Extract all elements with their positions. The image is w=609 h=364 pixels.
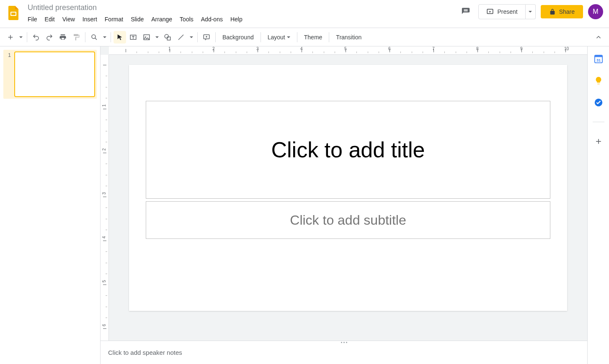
toolbar: Background Layout Theme Transition: [0, 28, 609, 46]
slide-stage[interactable]: Click to add title Click to add subtitle: [109, 55, 587, 341]
present-button-group: Present: [478, 4, 535, 19]
subtitle-placeholder[interactable]: Click to add subtitle: [146, 201, 550, 239]
keep-app-icon[interactable]: [594, 76, 604, 86]
title-area: Untitled presentation FileEditViewInsert…: [26, 3, 458, 24]
menu-arrange[interactable]: Arrange: [148, 14, 175, 24]
svg-rect-1: [11, 13, 15, 15]
app-logo-slides-icon[interactable]: [6, 5, 21, 20]
undo-button[interactable]: [30, 31, 42, 44]
zoom-dropdown[interactable]: [101, 31, 108, 44]
shape-tool[interactable]: [161, 31, 174, 44]
present-button[interactable]: Present: [478, 4, 525, 19]
toolbar-separator: [111, 32, 111, 42]
body: 1 12345678910 123456 Click to add title …: [0, 46, 609, 364]
new-slide-button[interactable]: [4, 31, 17, 44]
slide-thumbnail[interactable]: [14, 51, 95, 97]
toolbar-separator: [197, 32, 198, 42]
svg-point-6: [145, 36, 146, 37]
svg-text:31: 31: [596, 58, 600, 62]
redo-button[interactable]: [43, 31, 56, 44]
svg-point-3: [92, 35, 95, 38]
theme-button[interactable]: Theme: [300, 31, 327, 44]
canvas-mid-row: 123456 Click to add title Click to add s…: [101, 55, 587, 341]
present-button-label: Present: [497, 8, 517, 15]
toolbar-separator: [329, 32, 329, 42]
new-slide-dropdown[interactable]: [18, 31, 24, 44]
side-panel: 31: [587, 46, 609, 364]
chevron-down-icon: [155, 36, 159, 38]
vertical-ruler[interactable]: 123456: [101, 55, 109, 341]
chevron-down-icon: [19, 36, 23, 38]
line-tool[interactable]: [175, 31, 187, 44]
image-tool-dropdown[interactable]: [154, 31, 160, 44]
menu-file[interactable]: File: [24, 14, 41, 24]
chevron-down-icon: [190, 36, 193, 38]
select-tool[interactable]: [114, 31, 126, 44]
menu-tools[interactable]: Tools: [176, 14, 197, 24]
slide-thumbnail-row[interactable]: 1: [3, 50, 97, 99]
line-tool-dropdown[interactable]: [188, 31, 195, 44]
image-tool[interactable]: [140, 31, 153, 44]
chevron-down-icon: [529, 11, 532, 13]
menu-bar: FileEditViewInsertFormatSlideArrangeTool…: [24, 14, 458, 24]
svg-point-7: [165, 34, 168, 38]
zoom-button[interactable]: [88, 31, 101, 44]
toolbar-right: [592, 31, 605, 44]
textbox-tool[interactable]: [127, 31, 139, 44]
title-placeholder[interactable]: Click to add title: [146, 101, 550, 199]
layout-dropdown[interactable]: Layout: [263, 31, 294, 44]
toolbar-separator: [261, 32, 261, 42]
share-button-label: Share: [559, 8, 575, 15]
menu-slide[interactable]: Slide: [127, 14, 147, 24]
horizontal-ruler[interactable]: 12345678910: [109, 46, 587, 55]
notes-resize-handle[interactable]: [101, 341, 587, 344]
slide-canvas[interactable]: Click to add title Click to add subtitle: [129, 65, 567, 311]
menu-view[interactable]: View: [59, 14, 78, 24]
canvas-area: 12345678910 123456 Click to add title Cl…: [101, 46, 587, 364]
hide-menus-button[interactable]: [592, 31, 605, 44]
filmstrip[interactable]: 1: [0, 46, 101, 364]
tasks-app-icon[interactable]: [594, 97, 604, 108]
toolbar-separator: [297, 32, 297, 42]
account-avatar[interactable]: M: [588, 4, 603, 19]
chevron-down-icon: [103, 36, 106, 38]
share-button[interactable]: Share: [541, 5, 583, 18]
present-dropdown-button[interactable]: [526, 4, 536, 19]
print-button[interactable]: [57, 31, 69, 44]
paint-format-button[interactable]: [70, 31, 83, 44]
speaker-notes-input[interactable]: Click to add speaker notes: [101, 344, 587, 364]
background-button[interactable]: Background: [218, 31, 258, 44]
svg-rect-11: [594, 55, 602, 57]
comments-icon[interactable]: [458, 4, 473, 19]
toolbar-separator: [215, 32, 216, 42]
header-right-controls: Present Share M: [458, 4, 603, 19]
document-title-input[interactable]: Untitled presentation: [26, 3, 458, 13]
side-panel-separator: [593, 122, 604, 122]
menu-format[interactable]: Format: [101, 14, 126, 24]
slide-thumbnail-number: 1: [5, 51, 11, 58]
header-bar: Untitled presentation FileEditViewInsert…: [0, 0, 609, 28]
toolbar-separator: [27, 32, 27, 42]
menu-help[interactable]: Help: [227, 14, 246, 24]
toolbar-separator: [85, 32, 85, 42]
calendar-app-icon[interactable]: 31: [594, 54, 604, 64]
menu-edit[interactable]: Edit: [41, 14, 58, 24]
add-apps-button[interactable]: [594, 136, 604, 146]
menu-insert[interactable]: Insert: [79, 14, 101, 24]
comment-tool[interactable]: [200, 31, 213, 44]
svg-rect-8: [167, 37, 170, 40]
menu-add-ons[interactable]: Add-ons: [198, 14, 226, 24]
transition-button[interactable]: Transition: [332, 31, 366, 44]
